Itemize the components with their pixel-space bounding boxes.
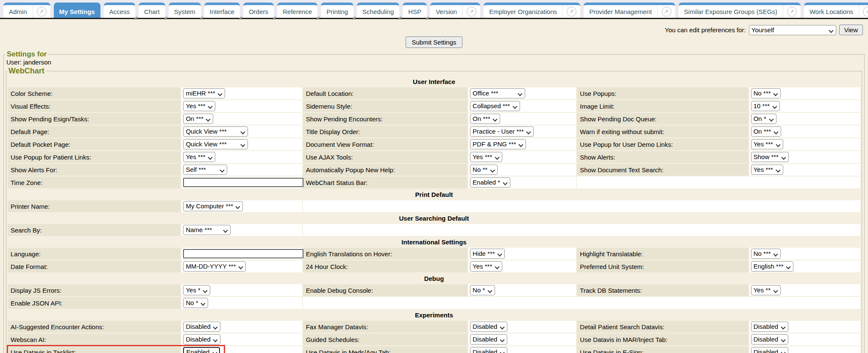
select-wrap: 10 *** (751, 101, 780, 111)
tab-reference[interactable]: Reference (277, 3, 317, 18)
setting-select-show-pending-encounters[interactable]: On *** (470, 114, 500, 124)
tab-icon-segment[interactable]: ↗ (33, 5, 50, 18)
tab-dropdown-caret-icon[interactable] (134, 16, 137, 20)
tab-dropdown-caret-icon[interactable] (425, 16, 428, 20)
setting-select-use-datavis-in-tasklist[interactable]: Enabled (183, 347, 220, 353)
setting-select-24-hour-clock[interactable]: Yes *** (470, 261, 502, 272)
setting-control-cell: Yes *** (749, 138, 860, 150)
setting-select-preferred-unit-system[interactable]: English *** (751, 261, 793, 272)
tab-version[interactable]: Version↗ (430, 3, 480, 18)
setting-select-document-view-format[interactable]: PDF & PNG *** (470, 139, 526, 149)
tab-hsp[interactable]: HSP (403, 3, 427, 18)
tab-dropdown-caret-icon[interactable] (352, 16, 355, 20)
setting-label-detail-patient-search-datavis: Detail Patient Search Datavis: (577, 321, 748, 333)
setting-select-default-page[interactable]: Quick View *** (183, 126, 248, 137)
tab-icon-segment[interactable]: ↗ (859, 5, 868, 18)
tab-printing[interactable]: Printing (321, 3, 353, 18)
tab-system[interactable]: System (169, 3, 201, 18)
tab-orders[interactable]: Orders (243, 3, 274, 18)
setting-control-cell: Yes ** (749, 284, 860, 296)
setting-select-fax-manager-datavis[interactable]: Disabled (470, 322, 507, 332)
setting-select-webscan-ai[interactable]: Disabled (183, 334, 220, 345)
setting-control-cell (181, 176, 302, 188)
setting-select-visual-effects[interactable]: Yes *** (183, 101, 215, 111)
setting-select-warn-if-exiting-without-submit[interactable]: On *** (751, 126, 781, 137)
setting-select-webchart-status-bar[interactable]: Enabled * (470, 177, 510, 188)
tab-icon-segment[interactable]: ↗ (462, 5, 480, 18)
setting-select-color-scheme[interactable]: miEHR *** (183, 88, 225, 98)
setting-select-ai-suggested-encounter-actions[interactable]: Disabled (183, 322, 220, 332)
setting-input-language[interactable] (183, 249, 303, 258)
setting-select-image-limit[interactable]: 10 *** (751, 101, 780, 111)
setting-select-display-js-errors[interactable]: Yes * (183, 285, 210, 295)
view-button[interactable]: View (839, 25, 863, 35)
setting-select-enable-json-api[interactable]: No * (183, 298, 208, 308)
setting-select-automatically-popup-new-help[interactable]: No ** (470, 165, 498, 175)
select-wrap: Yes *** (751, 139, 783, 149)
setting-select-detail-patient-search-datavis[interactable]: Disabled (751, 322, 788, 332)
setting-select-use-datavis-in-e-sign[interactable]: Disabled (751, 347, 788, 353)
setting-select-sidemenu-style[interactable]: Collapsed *** (470, 101, 520, 111)
setting-control-cell: On *** (468, 113, 576, 125)
empty-cell (303, 200, 860, 212)
setting-select-title-display-order[interactable]: Practice - User *** (470, 126, 534, 137)
tab-access[interactable]: Access (104, 3, 135, 18)
settings-row: Time Zone:WebChart Status Bar:Enabled * (8, 176, 860, 188)
setting-select-use-datavis-in-meds-agy-tab[interactable]: Disabled (470, 347, 507, 353)
setting-select-show-alerts[interactable]: Show *** (751, 152, 789, 162)
setting-select-use-ajax-tools[interactable]: Yes *** (470, 152, 502, 162)
tab-work-locations[interactable]: Work Locations↗ (804, 3, 868, 18)
tab-dropdown-caret-icon[interactable] (199, 16, 203, 20)
tab-employer-organizations[interactable]: Employer Organizations↗ (484, 3, 580, 18)
setting-select-default-location[interactable]: Office *** (470, 88, 525, 98)
tab-provider-management[interactable]: Provider Management↗ (584, 3, 675, 18)
setting-select-track-db-statements[interactable]: Yes ** (751, 285, 781, 295)
select-wrap: On * (751, 114, 776, 124)
setting-select-show-document-text-search[interactable]: Yes *** (751, 165, 783, 175)
setting-select-highlight-translatable[interactable]: No *** (751, 249, 781, 259)
setting-label-document-view-format: Document View Format: (303, 138, 467, 150)
webchart-legend: WebChart (7, 67, 46, 76)
setting-label-use-datavis-in-mar-inject-tab: Use Datavis in MAR/Inject Tab: (577, 333, 748, 345)
setting-select-date-format[interactable]: MM-DD-YYYY *** (183, 261, 246, 272)
setting-select-enable-debug-console[interactable]: No * (470, 285, 495, 295)
tab-label: Employer Organizations (484, 5, 562, 18)
setting-control-cell: Disabled (181, 321, 302, 333)
setting-control-cell: Collapsed *** (468, 100, 576, 112)
setting-select-use-popup-for-user-demo-links[interactable]: Yes *** (751, 139, 783, 149)
submit-settings-button[interactable]: Submit Settings (406, 36, 462, 48)
tab-interface[interactable]: Interface (204, 3, 240, 18)
setting-label-warn-if-exiting-without-submit: Warn if exiting without submit: (577, 126, 748, 137)
setting-label-fax-manager-datavis: Fax Manager Datavis: (303, 321, 467, 333)
setting-label-display-js-errors: Display JS Errors: (8, 284, 181, 296)
edit-preferences-select[interactable]: Yourself (749, 25, 836, 35)
tab-dropdown-caret-icon[interactable] (164, 16, 167, 20)
setting-select-printer-name[interactable]: My Computer *** (183, 201, 243, 211)
setting-label-use-datavis-in-tasklist: Use Datavis in Tasklist: (8, 346, 181, 353)
setting-select-show-pending-doc-queue[interactable]: On * (751, 114, 776, 124)
setting-select-show-pending-esign-tasks[interactable]: On *** (183, 114, 213, 124)
tab-dropdown-caret-icon[interactable] (272, 16, 275, 20)
setting-control-cell: Name *** (181, 224, 302, 236)
tab-scheduling[interactable]: Scheduling (357, 3, 399, 18)
setting-select-guided-schedules[interactable]: Disabled (470, 334, 507, 345)
tab-icon-segment[interactable]: ↗ (657, 5, 675, 18)
tab-dropdown-caret-icon[interactable] (316, 16, 319, 20)
tab-chart[interactable]: Chart (139, 3, 165, 18)
tab-similar-exposure-groups-segs[interactable]: Similar Exposure Groups (SEGs)↗ (679, 3, 801, 18)
setting-input-time-zone[interactable] (183, 178, 303, 187)
tab-admin[interactable]: Admin↗ (3, 3, 50, 18)
tab-icon-segment[interactable]: ↗ (562, 5, 580, 18)
setting-label-image-limit: Image Limit: (577, 100, 748, 112)
setting-select-english-translations-on-hover[interactable]: Hide *** (470, 249, 505, 259)
setting-select-use-popups[interactable]: No *** (751, 88, 781, 98)
tab-icon-segment[interactable]: ↗ (783, 5, 801, 18)
tab-dropdown-caret-icon[interactable] (238, 16, 242, 20)
setting-select-use-datavis-in-mar-inject-tab[interactable]: Disabled (751, 334, 788, 345)
setting-select-use-popup-for-patient-links[interactable]: Yes *** (183, 152, 215, 162)
tab-dropdown-caret-icon[interactable] (398, 16, 401, 20)
setting-select-show-alerts-for[interactable]: Self *** (183, 165, 227, 175)
setting-select-search-by[interactable]: Name *** (183, 225, 231, 235)
setting-select-default-pocket-page[interactable]: Quick View *** (183, 139, 248, 149)
tab-my-settings[interactable]: My Settings (54, 3, 100, 18)
